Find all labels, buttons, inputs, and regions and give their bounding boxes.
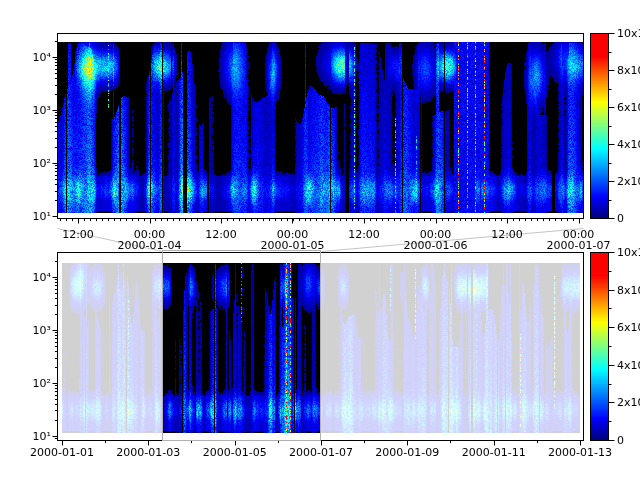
zoom-selection-box[interactable] xyxy=(162,250,321,441)
spectrogram-figure: 12:0000:002000-01-0412:0000:002000-01-05… xyxy=(0,0,640,480)
